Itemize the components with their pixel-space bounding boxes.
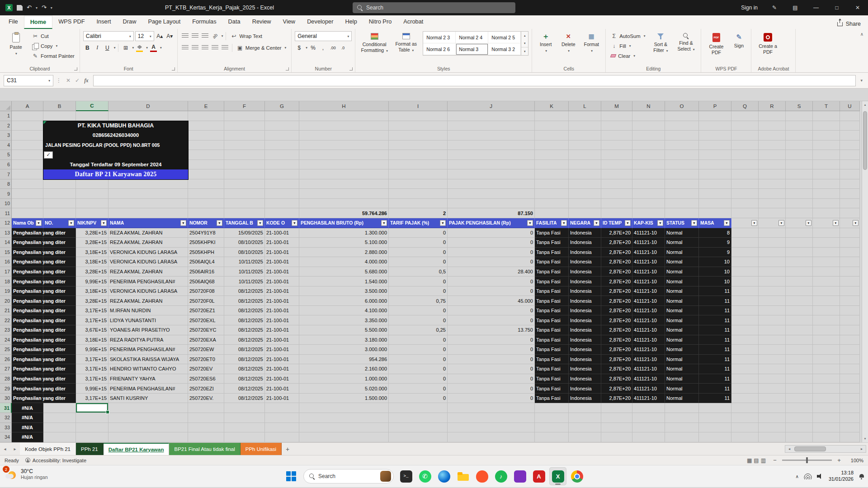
column-header-J[interactable]: J (448, 101, 535, 111)
cell-N14[interactable]: 411121-10 (632, 238, 665, 248)
column-header-S[interactable]: S (786, 101, 813, 111)
cell-A16[interactable]: Penghasilan yang diter (12, 257, 43, 267)
cell-Q13[interactable] (731, 228, 759, 238)
scroll-up-icon[interactable]: ▴ (862, 101, 868, 108)
cell-S12[interactable]: ▾ (786, 218, 813, 228)
column-header-E[interactable]: E (188, 101, 224, 111)
cell-P31[interactable] (699, 403, 731, 413)
row-header-28[interactable]: 28 (0, 374, 12, 384)
cell-A20[interactable]: Penghasilan yang diter (12, 296, 43, 306)
cell-R12[interactable]: ▾ (759, 218, 786, 228)
cell-L7[interactable] (569, 169, 601, 179)
sheet-tab-pph-unifikasi[interactable]: PPh Unifikasi (241, 443, 282, 455)
ribbon-tab-home[interactable]: Home (24, 15, 53, 29)
cell-K33[interactable] (535, 423, 569, 433)
delete-cells-button[interactable]: ✕ Delete▾ (558, 31, 579, 63)
cell-J4[interactable] (448, 141, 535, 150)
cell-Q5[interactable] (731, 150, 759, 160)
cell-I22[interactable]: 0 (389, 315, 448, 325)
cell-C31[interactable] (76, 403, 108, 413)
cell-K10[interactable] (535, 199, 569, 209)
cell-H9[interactable] (299, 189, 389, 199)
cell-Q12[interactable]: ▾ (731, 218, 759, 228)
cell-U29[interactable] (840, 384, 860, 394)
cell-L29[interactable]: Indonesia (569, 384, 601, 394)
cell-I13[interactable]: 0 (389, 228, 448, 238)
column-header-L[interactable]: L (569, 101, 601, 111)
cell-M11[interactable] (601, 208, 632, 218)
cell-T15[interactable] (813, 248, 840, 258)
cell-T16[interactable] (813, 257, 840, 267)
ribbon-tab-wps-pdf[interactable]: WPS PDF (52, 15, 90, 29)
cell-R28[interactable] (759, 374, 786, 384)
row-header-14[interactable]: 14 (0, 238, 12, 248)
name-box[interactable]: C31▾ (4, 75, 53, 86)
cell-I24[interactable]: 0 (389, 335, 448, 345)
cell-M25[interactable]: 2,87E+20 (601, 345, 632, 355)
cell-N16[interactable]: 411121-10 (632, 257, 665, 267)
cell-O12[interactable]: STATUS▾ (665, 218, 699, 228)
row-header-27[interactable]: 27 (0, 364, 12, 374)
cell-L6[interactable] (569, 160, 601, 170)
cell-S29[interactable] (786, 384, 813, 394)
cell-P18[interactable]: 10 (699, 277, 731, 286)
cell-S16[interactable] (786, 257, 813, 267)
cell-U12[interactable]: ▾ (840, 218, 860, 228)
cell-M34[interactable] (601, 432, 632, 442)
cell-P3[interactable] (699, 131, 731, 141)
cell-N32[interactable] (632, 413, 665, 423)
cell-O14[interactable]: Normal (665, 238, 699, 248)
cell-R16[interactable] (759, 257, 786, 267)
fill-color-button[interactable] (135, 43, 144, 52)
cell-C19[interactable]: 3,18E+15 (76, 286, 108, 296)
cell-E33[interactable] (188, 423, 224, 433)
cell-J1[interactable] (448, 111, 535, 121)
cell-I9[interactable] (389, 189, 448, 199)
column-header-I[interactable]: I (389, 101, 448, 111)
cell-L9[interactable] (569, 189, 601, 199)
filter-button-N[interactable]: ▾ (657, 220, 663, 226)
cell-U8[interactable] (840, 179, 860, 189)
row-header-21[interactable]: 21 (0, 306, 12, 316)
cell-D34[interactable] (108, 432, 188, 442)
cell-I20[interactable]: 0,75 (389, 296, 448, 306)
cell-P34[interactable] (699, 432, 731, 442)
cell-U26[interactable] (840, 355, 860, 365)
cell-K29[interactable]: Tanpa Fasi (535, 384, 569, 394)
cell-N12[interactable]: KAP-KIS▾ (632, 218, 665, 228)
cell-M18[interactable]: 2,87E+20 (601, 277, 632, 286)
decrease-decimal-button[interactable]: .0 (339, 43, 347, 52)
format-cells-button[interactable]: ▦ Format▾ (580, 31, 602, 63)
cell-A24[interactable]: Penghasilan yang diter (12, 335, 43, 345)
cell-M9[interactable] (601, 189, 632, 199)
cell-U4[interactable] (840, 141, 860, 150)
cell-O22[interactable]: Normal (665, 315, 699, 325)
cell-T12[interactable]: ▾ (813, 218, 840, 228)
cell-C18[interactable]: 9,99E+15 (76, 277, 108, 286)
cell-G28[interactable]: 21-100-01 (265, 374, 299, 384)
cell-M30[interactable]: 2,87E+20 (601, 394, 632, 404)
filter-button-A[interactable]: ▾ (36, 220, 42, 226)
cell-K25[interactable]: Tanpa Fasi (535, 345, 569, 355)
cell-H16[interactable]: 4.000.000 (299, 257, 389, 267)
cell-P2[interactable] (699, 121, 731, 131)
find-select-button[interactable]: Find & Select ▾ (674, 31, 698, 63)
cell-S25[interactable] (786, 345, 813, 355)
cell-D24[interactable]: REZA RADITYA PUTRA (108, 335, 188, 345)
filter-button-H[interactable]: ▾ (381, 220, 387, 226)
cell-B33[interactable] (43, 423, 76, 433)
cell-P7[interactable] (699, 169, 731, 179)
cell-R34[interactable] (759, 432, 786, 442)
ribbon-tab-draw[interactable]: Draw (117, 15, 142, 29)
cell-S22[interactable] (786, 315, 813, 325)
cell-I21[interactable]: 0 (389, 306, 448, 316)
cell-L14[interactable]: Indonesia (569, 238, 601, 248)
cell-I8[interactable] (389, 179, 448, 189)
ribbon-tab-formulas[interactable]: Formulas (186, 15, 222, 29)
cell-Q16[interactable] (731, 257, 759, 267)
cell-O1[interactable] (665, 111, 699, 121)
share-button[interactable]: Share (837, 21, 861, 27)
ribbon-tab-help[interactable]: Help (339, 15, 363, 29)
accessibility-checker-button[interactable]: Accessibility: Investigate (25, 458, 86, 463)
cell-Q28[interactable] (731, 374, 759, 384)
